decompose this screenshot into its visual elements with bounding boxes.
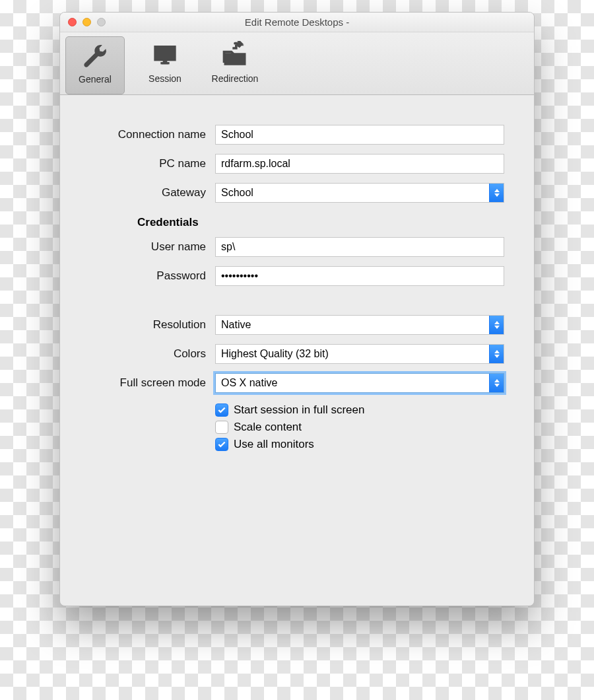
svg-rect-2 bbox=[160, 62, 169, 64]
user-name-label: User name bbox=[90, 240, 215, 254]
tab-session-label: Session bbox=[148, 73, 182, 84]
full-screen-mode-select-value: OS X native bbox=[221, 377, 277, 389]
pc-name-label: PC name bbox=[90, 157, 215, 170]
chevron-up-down-icon bbox=[489, 374, 504, 392]
check-icon bbox=[217, 440, 226, 449]
colors-select-value: Highest Quality (32 bit) bbox=[221, 348, 329, 360]
chevron-up-down-icon bbox=[489, 316, 504, 334]
pc-name-input[interactable] bbox=[215, 154, 504, 174]
gateway-label: Gateway bbox=[90, 186, 215, 199]
zoom-window-button[interactable] bbox=[97, 18, 106, 26]
password-input[interactable] bbox=[215, 266, 504, 286]
tab-general[interactable]: General bbox=[65, 36, 125, 94]
chevron-up-down-icon bbox=[489, 345, 504, 363]
tab-redirection-label: Redirection bbox=[212, 73, 259, 84]
folder-redirect-icon bbox=[220, 40, 250, 71]
resolution-label: Resolution bbox=[90, 318, 215, 332]
monitor-icon bbox=[150, 40, 180, 71]
minimize-window-button[interactable] bbox=[82, 18, 91, 26]
user-name-input[interactable] bbox=[215, 237, 504, 257]
titlebar: Edit Remote Desktops - bbox=[60, 13, 534, 32]
window-controls bbox=[68, 18, 106, 26]
password-label: Password bbox=[90, 269, 215, 283]
tab-redirection[interactable]: Redirection bbox=[205, 36, 265, 94]
preferences-window: Edit Remote Desktops - General Session bbox=[59, 12, 535, 606]
window-title: Edit Remote Desktops - bbox=[60, 17, 534, 28]
gateway-select-value: School bbox=[221, 187, 253, 199]
tab-session[interactable]: Session bbox=[135, 36, 195, 94]
close-window-button[interactable] bbox=[68, 18, 77, 26]
start-full-screen-label: Start session in full screen bbox=[234, 403, 364, 417]
svg-rect-1 bbox=[163, 60, 168, 62]
gateway-select[interactable]: School bbox=[215, 183, 504, 203]
full-screen-mode-select[interactable]: OS X native bbox=[215, 373, 504, 393]
check-icon bbox=[217, 405, 226, 415]
wrench-icon bbox=[80, 41, 110, 71]
chevron-up-down-icon bbox=[489, 184, 504, 202]
connection-name-input[interactable] bbox=[215, 125, 504, 145]
start-full-screen-checkbox[interactable] bbox=[215, 403, 228, 417]
scale-content-checkbox[interactable] bbox=[215, 421, 228, 434]
form-content: Connection name PC name Gateway School bbox=[60, 95, 534, 455]
connection-name-label: Connection name bbox=[90, 128, 215, 141]
use-all-monitors-label: Use all monitors bbox=[234, 438, 314, 451]
resolution-select-value: Native bbox=[221, 319, 251, 331]
scale-content-label: Scale content bbox=[234, 421, 302, 434]
colors-select[interactable]: Highest Quality (32 bit) bbox=[215, 344, 504, 364]
credentials-heading: Credentials bbox=[137, 216, 504, 229]
toolbar: General Session Redirection bbox=[60, 32, 534, 95]
colors-label: Colors bbox=[90, 347, 215, 361]
resolution-select[interactable]: Native bbox=[215, 315, 504, 335]
tab-general-label: General bbox=[79, 74, 112, 85]
use-all-monitors-checkbox[interactable] bbox=[215, 438, 228, 451]
full-screen-mode-label: Full screen mode bbox=[90, 376, 215, 390]
